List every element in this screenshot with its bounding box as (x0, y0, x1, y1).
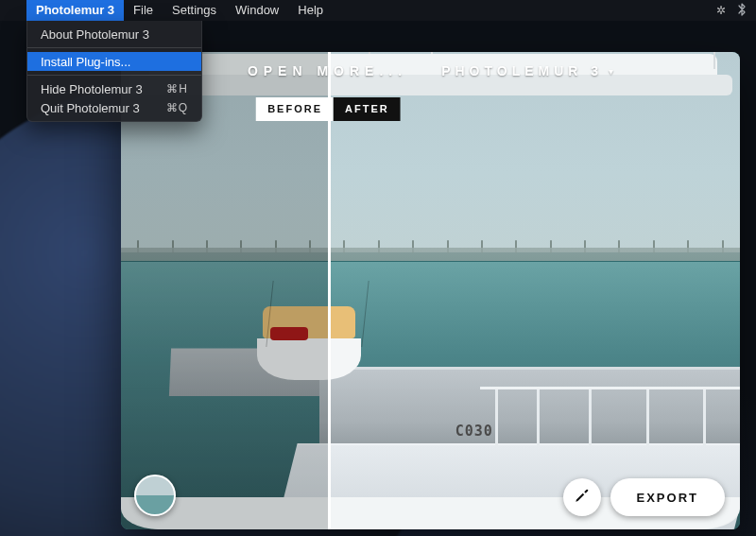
app-title-dropdown[interactable]: PHOTOLEMUR 3 (441, 63, 613, 78)
menubar-item-window[interactable]: Window (226, 0, 288, 21)
menu-item-install-plugins[interactable]: Install Plug-ins... (27, 52, 201, 71)
app-menu-dropdown: About Photolemur 3 Install Plug-ins... H… (26, 21, 202, 122)
bottom-controls: EXPORT (563, 478, 725, 516)
photolemur-window: C030 OPEN MORE... PHOTOLEMUR 3 BE (121, 52, 740, 529)
menu-item-shortcut: ⌘H (166, 82, 188, 95)
menubar-item-settings[interactable]: Settings (163, 0, 226, 21)
menu-item-quit[interactable]: Quit Photolemur 3 ⌘Q (27, 98, 201, 117)
compare-slider[interactable] (328, 52, 331, 529)
menu-separator (27, 75, 201, 76)
app-header: OPEN MORE... PHOTOLEMUR 3 (121, 63, 740, 78)
menubar-item-app[interactable]: Photolemur 3 (26, 0, 124, 21)
menu-item-label: Quit Photolemur 3 (41, 101, 140, 115)
before-overlay (121, 52, 328, 529)
menu-extra-icon[interactable]: ✲ (716, 4, 726, 17)
menubar-item-file[interactable]: File (124, 0, 163, 21)
compare-tags: BEFORE AFTER (256, 97, 401, 121)
boat-antenna (369, 52, 370, 54)
open-more-button[interactable]: OPEN MORE... (248, 63, 407, 78)
menu-item-label: Install Plug-ins... (41, 55, 130, 69)
photo-canvas[interactable]: C030 (121, 52, 740, 529)
menu-item-hide[interactable]: Hide Photolemur 3 ⌘H (27, 79, 201, 98)
export-button[interactable]: EXPORT (610, 478, 725, 516)
photo-foreground-rail (480, 387, 740, 446)
eyedropper-icon (574, 487, 591, 508)
image-thumbnail[interactable] (134, 475, 176, 516)
bluetooth-icon[interactable] (737, 3, 747, 19)
menu-separator (27, 47, 201, 48)
menubar-item-help[interactable]: Help (288, 0, 333, 21)
menu-item-shortcut: ⌘Q (166, 101, 188, 114)
macos-menubar: Photolemur 3 File Settings Window Help ✲ (0, 0, 756, 21)
before-tag: BEFORE (256, 97, 334, 121)
adjust-button[interactable] (563, 478, 601, 516)
menu-item-about[interactable]: About Photolemur 3 (27, 25, 201, 43)
after-tag: AFTER (334, 97, 401, 121)
menubar-right: ✲ (716, 3, 756, 19)
menu-item-label: About Photolemur 3 (41, 27, 149, 42)
menu-item-label: Hide Photolemur 3 (41, 82, 143, 96)
